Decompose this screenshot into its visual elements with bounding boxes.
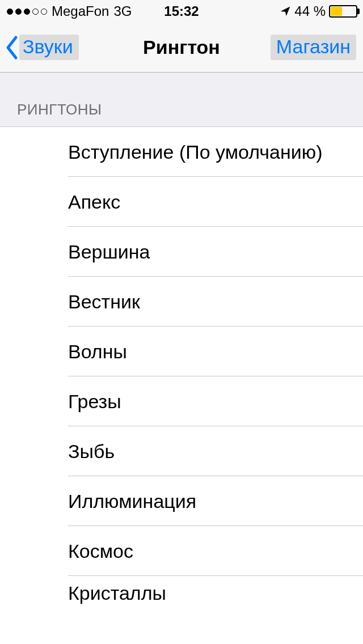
clock-label: 15:32	[164, 3, 199, 19]
ringtone-label: Кристаллы	[68, 582, 166, 604]
status-left: MegaFon 3G	[7, 3, 132, 19]
ringtone-label: Волны	[68, 341, 127, 363]
battery-percent-label: 44 %	[294, 3, 326, 19]
signal-strength-icon	[7, 9, 47, 15]
list-item[interactable]: Зыбь	[0, 426, 363, 476]
ringtone-label: Вступление (По умолчанию)	[68, 141, 323, 163]
list-item[interactable]: Космос	[0, 526, 363, 576]
ringtone-label: Космос	[68, 540, 133, 562]
status-bar: MegaFon 3G 15:32 44 %	[0, 0, 363, 23]
ringtone-label: Зыбь	[68, 440, 115, 463]
chevron-left-icon	[5, 35, 19, 60]
ringtone-label: Апекс	[68, 191, 120, 213]
location-icon	[280, 6, 291, 17]
ringtone-label: Вестник	[68, 291, 140, 313]
list-item[interactable]: Вестник	[0, 277, 363, 327]
back-button[interactable]: Звуки	[5, 35, 79, 60]
ringtone-label: Вершина	[68, 241, 150, 263]
back-button-label: Звуки	[19, 35, 79, 60]
nav-bar: Звуки Рингтон Магазин	[0, 23, 363, 73]
list-item[interactable]: Кристаллы	[0, 576, 363, 610]
list-item[interactable]: Вершина	[0, 227, 363, 277]
page-title: Рингтон	[143, 36, 220, 58]
list-item[interactable]: Иллюминация	[0, 476, 363, 526]
ringtones-list: Вступление (По умолчанию) Апекс Вершина …	[0, 127, 363, 610]
list-item[interactable]: Волны	[0, 327, 363, 376]
ringtone-label: Иллюминация	[68, 490, 196, 512]
ringtone-label: Грезы	[68, 391, 121, 413]
battery-icon	[329, 5, 357, 18]
list-item[interactable]: Вступление (По умолчанию)	[0, 127, 363, 177]
battery-level	[331, 7, 342, 16]
list-item[interactable]: Апекс	[0, 177, 363, 227]
list-item[interactable]: Грезы	[0, 376, 363, 426]
status-right: 44 %	[280, 3, 357, 19]
section-header-ringtones: РИНГТОНЫ	[0, 73, 363, 127]
store-button[interactable]: Магазин	[271, 35, 356, 60]
carrier-label: MegaFon	[52, 3, 109, 19]
network-type-label: 3G	[113, 3, 132, 19]
